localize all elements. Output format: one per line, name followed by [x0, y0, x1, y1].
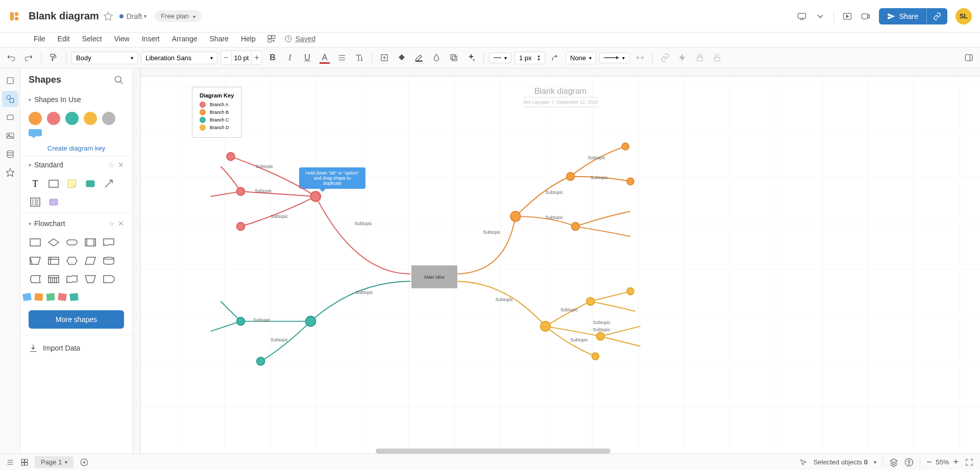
- unlock-button[interactable]: [710, 51, 724, 65]
- chat-icon[interactable]: [797, 11, 807, 21]
- undo-button[interactable]: [4, 51, 18, 65]
- color-swatch[interactable]: [102, 112, 115, 125]
- font-size-decrease[interactable]: −: [221, 51, 231, 64]
- section-standard[interactable]: ▾ Standard ☆✕: [20, 157, 132, 173]
- preparation-shape[interactable]: [65, 254, 79, 267]
- format-painter-button[interactable]: [46, 51, 61, 65]
- more-shapes-button[interactable]: More shapes: [29, 310, 124, 329]
- import-data-button[interactable]: Import Data: [20, 335, 132, 361]
- color-swatch[interactable]: [29, 112, 42, 125]
- color-swatch[interactable]: [47, 112, 60, 125]
- zoom-in-button[interactable]: +: [953, 457, 959, 467]
- redo-button[interactable]: [21, 51, 36, 65]
- decision-shape[interactable]: [47, 236, 60, 249]
- draft-status-dropdown[interactable]: Draft ▾: [119, 12, 146, 20]
- data-shape[interactable]: [29, 254, 42, 267]
- rail-images-tool[interactable]: [2, 128, 18, 144]
- list-view-icon[interactable]: [6, 458, 14, 466]
- close-section-icon[interactable]: ✕: [118, 161, 124, 169]
- align-button[interactable]: [335, 51, 349, 65]
- border-color-button[interactable]: [412, 51, 426, 65]
- section-flowchart[interactable]: ▾ Flowchart ☆✕: [20, 213, 132, 232]
- media-shape[interactable]: [47, 195, 60, 209]
- menu-help[interactable]: Help: [236, 34, 261, 44]
- italic-button[interactable]: I: [283, 51, 297, 65]
- flip-line-button[interactable]: [633, 51, 647, 65]
- rail-shapes-tool[interactable]: [2, 91, 18, 107]
- share-button[interactable]: Share: [879, 8, 926, 24]
- shape-style-select[interactable]: Body▾: [71, 52, 138, 64]
- link-button[interactable]: [658, 51, 672, 65]
- pin-icon[interactable]: ☆: [108, 161, 115, 169]
- arrow-shape[interactable]: [102, 177, 115, 190]
- action-button[interactable]: [675, 51, 690, 65]
- main-idea-node[interactable]: Main Idea: [411, 265, 457, 288]
- search-icon[interactable]: [114, 75, 124, 85]
- stroke-width-input[interactable]: 1 px▲▼: [514, 52, 545, 64]
- star-icon[interactable]: [103, 11, 113, 21]
- share-link-button[interactable]: [926, 8, 947, 24]
- rail-plugins-tool[interactable]: [2, 164, 18, 181]
- process-shape[interactable]: [29, 236, 42, 249]
- mindmap-diagram[interactable]: Subtopic Subtopic Subtopic Subtopic: [141, 77, 980, 454]
- magic-button[interactable]: [464, 51, 478, 65]
- font-family-select[interactable]: Liberation Sans▾: [141, 52, 217, 64]
- font-size-increase[interactable]: +: [252, 51, 262, 64]
- tape-shape[interactable]: [65, 273, 79, 286]
- pin-icon[interactable]: ☆: [108, 219, 115, 228]
- document-title[interactable]: Blank diagram: [29, 10, 99, 22]
- section-shapes-in-use[interactable]: ▾ Shapes In Use: [20, 91, 132, 108]
- line-style-button[interactable]: [548, 51, 562, 65]
- menu-share[interactable]: Share: [205, 34, 234, 44]
- canvas-area[interactable]: Blank diagram Ses Layugan | September 12…: [133, 68, 980, 454]
- add-page-icon[interactable]: [80, 458, 89, 467]
- font-size-control[interactable]: − +: [220, 51, 262, 65]
- record-icon[interactable]: [861, 11, 871, 21]
- text-format-button[interactable]: [352, 51, 366, 65]
- present-icon[interactable]: [842, 11, 852, 21]
- add-shape-button[interactable]: [377, 51, 391, 65]
- lock-button[interactable]: [693, 51, 707, 65]
- document-shape[interactable]: [102, 236, 115, 249]
- internal-storage-shape[interactable]: [47, 254, 60, 267]
- menu-insert[interactable]: Insert: [137, 34, 165, 44]
- list-shape[interactable]: [29, 195, 42, 209]
- delay-shape[interactable]: [102, 273, 115, 286]
- create-diagram-key-link[interactable]: Create diagram key: [20, 140, 132, 157]
- horizontal-scrollbar[interactable]: [376, 449, 610, 454]
- menu-select[interactable]: Select: [77, 34, 107, 44]
- selected-dropdown-icon[interactable]: ▾: [874, 459, 876, 465]
- card-shape[interactable]: [47, 273, 60, 286]
- zoom-level[interactable]: 55%: [936, 458, 949, 466]
- drop-color-button[interactable]: [429, 51, 444, 65]
- menu-view[interactable]: View: [109, 34, 135, 44]
- layers-icon[interactable]: [889, 458, 898, 467]
- database-shape[interactable]: [102, 254, 115, 267]
- line-end-select[interactable]: ▾: [599, 53, 630, 63]
- manual-input-shape[interactable]: [84, 273, 97, 286]
- accessibility-icon[interactable]: [904, 458, 914, 467]
- menu-arrange[interactable]: Arrange: [167, 34, 203, 44]
- shape-options-button[interactable]: [447, 51, 461, 65]
- color-swatch[interactable]: [65, 112, 79, 125]
- text-color-button[interactable]: A: [317, 51, 332, 65]
- panel-toggle-button[interactable]: [962, 51, 976, 65]
- line-thickness-select[interactable]: ▾: [489, 53, 511, 63]
- text-shape[interactable]: T: [29, 177, 42, 190]
- action-shape[interactable]: [84, 177, 97, 190]
- zoom-out-button[interactable]: −: [926, 457, 932, 467]
- fullscreen-icon[interactable]: [965, 458, 974, 467]
- note-shape[interactable]: [65, 177, 79, 190]
- chevron-down-icon[interactable]: [815, 11, 825, 21]
- font-size-input[interactable]: [231, 51, 252, 64]
- rail-select-tool[interactable]: [2, 72, 18, 89]
- rect-shape[interactable]: [47, 177, 60, 190]
- callout-shape[interactable]: [29, 129, 42, 136]
- close-section-icon[interactable]: ✕: [118, 219, 124, 228]
- grid-view-icon[interactable]: [20, 458, 29, 466]
- rail-data-tool[interactable]: [2, 146, 18, 162]
- menu-edit[interactable]: Edit: [53, 34, 75, 44]
- terminator-shape[interactable]: [65, 236, 79, 249]
- line-start-select[interactable]: None▾: [566, 52, 596, 64]
- parallelogram-shape[interactable]: [84, 254, 97, 267]
